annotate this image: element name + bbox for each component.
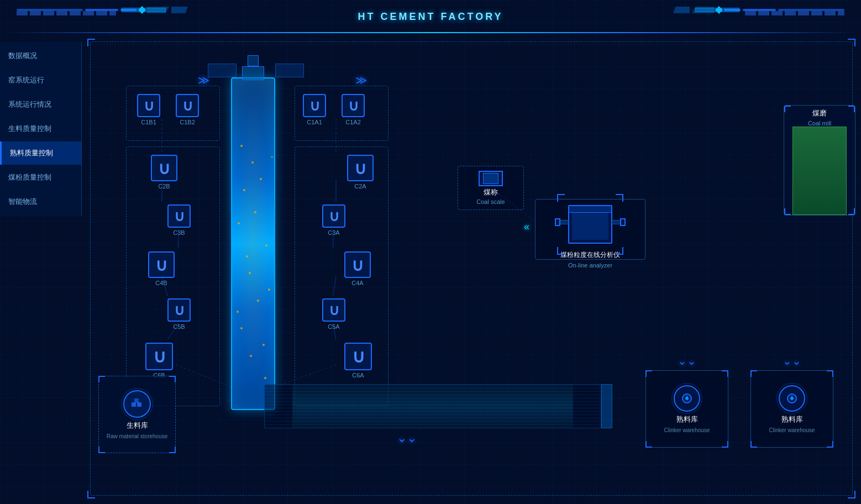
cw1-chevron: ⌄⌄ <box>678 354 696 368</box>
cw2-icon <box>779 385 805 412</box>
app-title: HT CEMENT FACTORY <box>358 11 503 23</box>
svg-point-6 <box>790 397 794 400</box>
cyclone-C6A[interactable]: ∪ C6A <box>344 343 372 379</box>
chevron-kiln-down: ⌄⌄ <box>397 431 417 445</box>
cyclone-C4A[interactable]: ∪ C4A <box>344 251 371 286</box>
coal-analyzer[interactable]: 煤粉粒度在线分析仪 On-line analyzer <box>535 199 645 260</box>
cyclone-C1A2[interactable]: ∪ C1A2 <box>342 94 365 125</box>
cyclone-C6B[interactable]: ∪ C6B <box>145 343 173 379</box>
cw2-corner-br <box>827 441 833 448</box>
cw2-chevron: ⌄⌄ <box>783 354 801 368</box>
sidebar-item-raw-control[interactable]: 生料质量控制 <box>0 117 81 140</box>
kiln-right-cap <box>601 384 612 428</box>
rms-corner-tr <box>169 376 176 382</box>
cw1-corner-bl <box>645 441 652 448</box>
chevron-analyzer-left: « <box>524 221 529 233</box>
cyclone-C2B[interactable]: ∪ C2B <box>151 155 177 190</box>
corner-analyzer-br <box>616 247 623 255</box>
coal-mill[interactable]: 煤磨 Coal mill <box>784 105 855 216</box>
coal-mill-corner-br <box>848 208 855 215</box>
svg-point-5 <box>788 394 796 403</box>
clinker-warehouse-1[interactable]: ⌄⌄ 熟料库 Clinker warehouse <box>645 370 728 448</box>
cyclone-C2A[interactable]: ∪ C2A <box>347 155 374 190</box>
top-deco-right <box>745 11 844 15</box>
cyclone-C1B1[interactable]: ∪ C1B1 <box>137 94 160 125</box>
rotary-kiln <box>264 384 601 428</box>
rms-corner-br <box>169 447 176 453</box>
rms-corner-tl <box>98 376 105 382</box>
duct-right <box>275 64 304 77</box>
sidebar-item-coal-control[interactable]: 煤粉质量控制 <box>0 166 81 189</box>
cyclone-C5A[interactable]: ∪ C5A <box>322 298 345 330</box>
top-deco-left <box>17 11 116 15</box>
sidebar-item-system-run[interactable]: 窑系统运行 <box>0 69 81 92</box>
corner-analyzer-tl <box>557 194 565 202</box>
svg-rect-1 <box>137 402 141 407</box>
corner-analyzer-tr <box>616 194 623 202</box>
raw-material-storehouse[interactable]: 生料库 Raw material storehouse <box>98 376 176 453</box>
coal-scale[interactable]: 煤称 Coal scale <box>458 166 524 210</box>
cyclone-C3A[interactable]: ∪ C3A <box>322 204 345 236</box>
cyclone-C1A1[interactable]: ∪ C1A1 <box>303 94 326 125</box>
preheater-top-vent <box>248 55 259 66</box>
duct-left <box>208 64 237 77</box>
chevron-top-left: ≫ <box>198 75 209 86</box>
cw2-corner-bl <box>750 441 757 448</box>
coal-mill-corner-tr <box>848 106 855 112</box>
svg-point-3 <box>683 394 691 403</box>
clinker-warehouse-2[interactable]: ⌄⌄ 熟料库 Clinker warehouse <box>750 370 833 448</box>
cyclone-C3B[interactable]: ∪ C3B <box>167 204 191 236</box>
chevron-top-right: ≫ <box>355 75 367 86</box>
cw1-corner-tr <box>722 370 728 377</box>
sidebar-item-system-status[interactable]: 系统运行情况 <box>0 93 81 116</box>
sidebar-item-logistics[interactable]: 智能物流 <box>0 190 81 213</box>
cw2-corner-tl <box>750 370 757 377</box>
preheater-top-pipe <box>242 66 264 80</box>
corner-analyzer-bl <box>557 247 565 255</box>
sidebar: 数据概况 窑系统运行 系统运行情况 生料质量控制 熟料质量控制 煤粉质量控制 智… <box>0 41 82 216</box>
svg-rect-2 <box>134 398 139 403</box>
rms-corner-bl <box>98 447 105 453</box>
svg-rect-0 <box>132 402 136 407</box>
svg-point-4 <box>685 397 689 400</box>
cyclone-C4B[interactable]: ∪ C4B <box>148 251 175 286</box>
coal-mill-corner-tl <box>784 106 791 112</box>
cw1-corner-br <box>722 441 728 448</box>
cw1-icon <box>674 385 700 412</box>
header: HT CEMENT FACTORY <box>0 0 861 33</box>
cw1-corner-tl <box>645 370 652 377</box>
preheater-column <box>231 77 275 410</box>
main-content: ≫ ≫ ∪ C1B1 ∪ C1B2 ∪ C1A1 ∪ C1A2 <box>82 33 861 504</box>
cyclone-group-right <box>295 146 389 406</box>
cyclone-C5B[interactable]: ∪ C5B <box>167 298 191 330</box>
cw2-corner-tr <box>827 370 833 377</box>
sidebar-item-data-overview[interactable]: 数据概况 <box>0 44 81 67</box>
sidebar-item-clinker-control[interactable]: 熟料质量控制 <box>0 141 81 165</box>
coal-mill-corner-bl <box>784 208 791 215</box>
cyclone-C1B2[interactable]: ∪ C1B2 <box>176 94 199 125</box>
rms-icon <box>123 390 151 418</box>
